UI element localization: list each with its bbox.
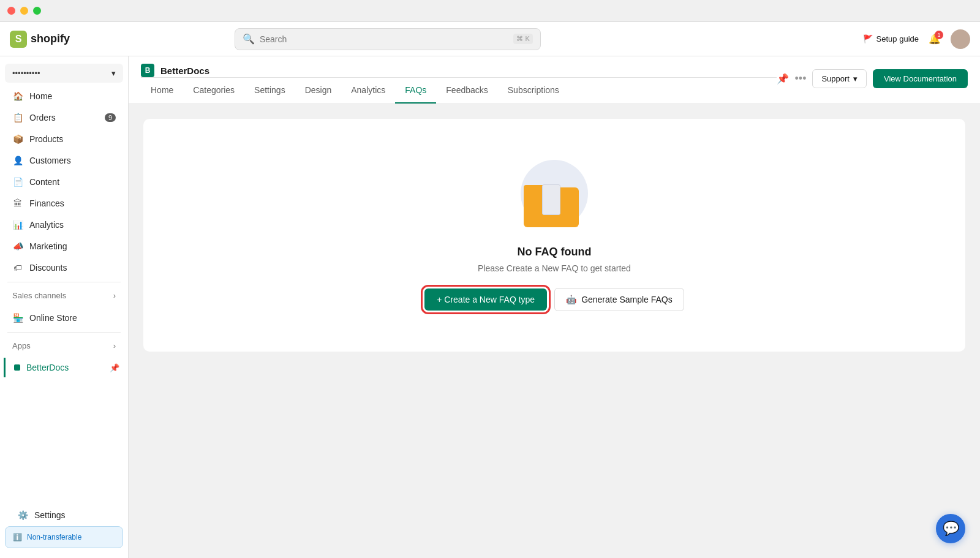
plugin-name: BetterDocs (160, 66, 209, 76)
betterdocs-label: BetterDocs (26, 363, 69, 372)
pin-button[interactable]: 📌 (777, 73, 789, 85)
sidebar-divider (7, 282, 121, 282)
search-bar[interactable]: 🔍 ⌘ K (235, 28, 541, 50)
empty-state-actions: + Create a New FAQ type 🤖 Generate Sampl… (424, 288, 684, 311)
sales-channels-label: Sales channels (12, 291, 66, 300)
create-faq-label: + Create a New FAQ type (437, 295, 535, 304)
home-icon: 🏠 (12, 91, 23, 102)
support-label: Support (821, 74, 850, 83)
sidebar-item-label: Home (29, 91, 52, 101)
sidebar-item-orders[interactable]: 📋 Orders 9 (4, 107, 124, 128)
more-options-button[interactable]: ••• (795, 72, 807, 85)
analytics-icon: 📊 (12, 219, 23, 230)
tab-settings[interactable]: Settings (244, 78, 295, 104)
betterdocs-dot-icon (14, 364, 20, 371)
settings-label: Settings (34, 510, 66, 520)
sidebar-item-label: Customers (29, 156, 71, 165)
pin-icon: 📌 (110, 363, 119, 372)
search-icon: 🔍 (243, 33, 255, 45)
tab-analytics[interactable]: Analytics (341, 78, 395, 104)
setup-guide-button[interactable]: 🚩 Setup guide (863, 34, 919, 43)
customers-icon: 👤 (12, 155, 23, 166)
support-button[interactable]: Support ▾ (812, 69, 867, 88)
info-icon: ℹ️ (13, 533, 22, 541)
sidebar-item-content[interactable]: 📄 Content (4, 172, 124, 192)
create-faq-button[interactable]: + Create a New FAQ type (424, 288, 547, 311)
generate-label: Generate Sample FAQs (581, 295, 673, 304)
sidebar-item-home[interactable]: 🏠 Home (4, 86, 124, 107)
non-transferable-badge: ℹ️ Non-transferable (5, 526, 123, 548)
shopify-logo[interactable]: S shopify (10, 31, 70, 48)
search-shortcut: ⌘ K (513, 34, 532, 44)
chevron-right-icon: › (113, 341, 116, 350)
folder-doc (542, 184, 560, 215)
empty-state-description: Please Create a New FAQ to get started (478, 263, 631, 273)
generate-icon: 🤖 (566, 295, 576, 304)
sidebar-item-settings[interactable]: ⚙️ Settings (9, 505, 119, 526)
topnav-right: 🚩 Setup guide 🔔 1 (863, 29, 970, 49)
finances-icon: 🏛 (12, 198, 23, 209)
sidebar-divider-2 (7, 332, 121, 333)
sidebar-item-discounts[interactable]: 🏷 Discounts (4, 257, 124, 278)
sidebar-item-label: Online Store (29, 313, 77, 323)
sidebar-item-analytics[interactable]: 📊 Analytics (4, 214, 124, 235)
chat-button[interactable]: 💬 (936, 514, 965, 543)
tab-home[interactable]: Home (141, 78, 183, 104)
plugin-icon: B (141, 64, 154, 77)
chat-icon: 💬 (943, 521, 959, 537)
sidebar-item-products[interactable]: 📦 Products (4, 129, 124, 149)
generate-sample-faqs-button[interactable]: 🤖 Generate Sample FAQs (554, 288, 684, 311)
chevron-down-icon: ▾ (111, 69, 116, 78)
sidebar-item-label: Products (29, 134, 63, 144)
sidebar-item-customers[interactable]: 👤 Customers (4, 150, 124, 171)
minimize-button[interactable] (20, 7, 28, 15)
chevron-down-icon: ▾ (853, 74, 858, 83)
tab-feedbacks[interactable]: Feedbacks (436, 78, 497, 104)
tab-categories[interactable]: Categories (183, 78, 244, 104)
sidebar: •••••••••• ▾ 🏠 Home 📋 Orders 9 📦 Product… (0, 56, 129, 558)
apps-header[interactable]: Apps › (4, 336, 124, 355)
apps-label: Apps (12, 341, 31, 350)
sidebar-item-finances[interactable]: 🏛 Finances (4, 193, 124, 214)
notifications-button[interactable]: 🔔 1 (929, 33, 941, 45)
sidebar-item-label: Analytics (29, 220, 64, 230)
sidebar-item-label: Discounts (29, 263, 67, 273)
sidebar-item-marketing[interactable]: 📣 Marketing (4, 236, 124, 257)
top-navigation: S shopify 🔍 ⌘ K 🚩 Setup guide 🔔 1 (0, 22, 980, 56)
sales-channels-header[interactable]: Sales channels › (4, 286, 124, 305)
sidebar-item-online-store[interactable]: 🏪 Online Store (4, 307, 124, 328)
sidebar-item-label: Orders (29, 113, 56, 123)
view-documentation-button[interactable]: View Documentation (873, 69, 968, 88)
tab-subscriptions[interactable]: Subscriptions (498, 78, 569, 104)
titlebar (0, 0, 980, 22)
discounts-icon: 🏷 (12, 262, 23, 273)
tab-design[interactable]: Design (295, 78, 342, 104)
close-button[interactable] (7, 7, 15, 15)
shopify-wordmark: shopify (31, 32, 70, 45)
plugin-actions: 📌 ••• Support ▾ View Documentation (777, 69, 968, 91)
main-layout: •••••••••• ▾ 🏠 Home 📋 Orders 9 📦 Product… (0, 56, 980, 558)
sidebar-navigation: 🏠 Home 📋 Orders 9 📦 Products 👤 Customers… (0, 85, 128, 499)
products-icon: 📦 (12, 134, 23, 145)
content-icon: 📄 (12, 176, 23, 187)
notification-badge: 1 (935, 31, 943, 39)
plugin-header: B BetterDocs Home Categories Settings De… (129, 56, 980, 104)
marketing-icon: 📣 (12, 241, 23, 252)
maximize-button[interactable] (33, 7, 41, 15)
search-input[interactable] (260, 34, 509, 44)
avatar[interactable] (951, 29, 970, 49)
sidebar-item-label: Finances (29, 198, 64, 208)
content-area: B BetterDocs Home Categories Settings De… (129, 56, 980, 558)
non-transferable-label: Non-transferable (27, 533, 81, 541)
tab-faqs[interactable]: FAQs (395, 78, 436, 104)
sidebar-item-label: Marketing (29, 241, 67, 251)
empty-state-title: No FAQ found (518, 246, 592, 258)
tabs-row: Home Categories Settings Design Analytic… (141, 77, 777, 104)
store-icon: 🏪 (12, 312, 23, 323)
orders-icon: 📋 (12, 112, 23, 123)
store-name: •••••••••• (12, 69, 40, 78)
sidebar-item-betterdocs[interactable]: BetterDocs 📌 (4, 358, 128, 377)
plugin-title-row: B BetterDocs (141, 56, 777, 77)
store-selector[interactable]: •••••••••• ▾ (5, 64, 123, 83)
settings-icon: ⚙️ (17, 510, 28, 521)
